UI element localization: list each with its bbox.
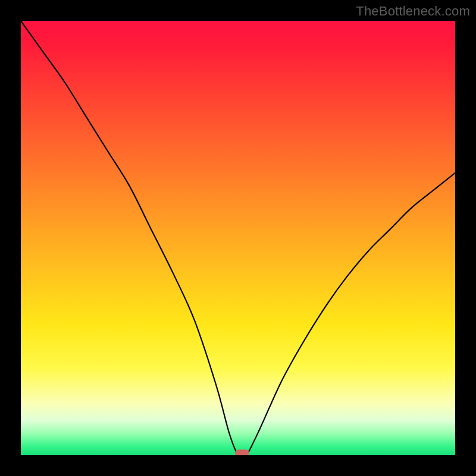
- chart-frame: TheBottleneck.com: [0, 0, 476, 476]
- plot-area: [21, 21, 455, 455]
- bottleneck-curve: [21, 21, 455, 455]
- curve-svg: [21, 21, 455, 455]
- watermark-text: TheBottleneck.com: [356, 4, 470, 19]
- minimum-marker: [235, 450, 249, 456]
